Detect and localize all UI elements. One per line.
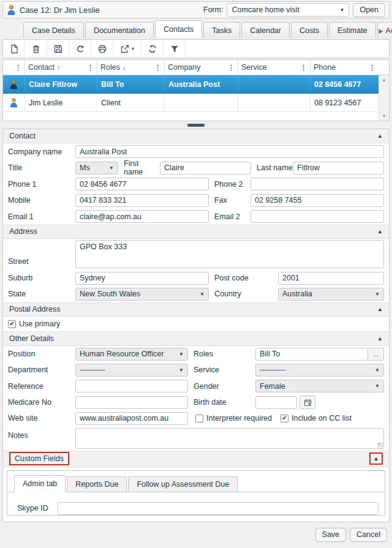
street-field[interactable]: GPO Box 333	[75, 240, 384, 268]
column-menu-icon[interactable]: ⋮	[15, 64, 21, 72]
column-menu-icon[interactable]: ⋮	[228, 64, 235, 72]
section-header-custom-fields[interactable]: Custom Fields ▲	[3, 451, 389, 467]
collapse-icon[interactable]: ▲	[374, 456, 379, 462]
position-label: Position	[8, 350, 75, 358]
tab-reports-due[interactable]: Reports Due	[67, 476, 127, 492]
birthdate-field[interactable]	[255, 396, 297, 409]
delete-button[interactable]	[25, 40, 47, 58]
export-button[interactable]: ▾	[113, 40, 141, 58]
tab-estimate[interactable]: Estimate	[329, 22, 376, 38]
print-button[interactable]	[91, 40, 113, 58]
postcode-label: Post code	[209, 274, 278, 282]
scroll-down-icon[interactable]: ▼	[382, 113, 386, 119]
form-select[interactable]: Comcare home visit ▼	[227, 3, 349, 17]
fax-label: Fax	[209, 196, 251, 205]
grid-header-roles[interactable]: Roles ↓ ⋮	[97, 60, 165, 75]
export-caret-icon[interactable]: ▾	[132, 46, 134, 51]
use-primary-checkbox[interactable]	[8, 320, 16, 328]
service-select[interactable]: ---------- ▼	[255, 364, 384, 377]
tab-calendar[interactable]: Calendar	[241, 22, 290, 38]
table-row[interactable]: Jim Leslie Client 08 9123 4567	[3, 94, 379, 112]
last-name-field[interactable]	[293, 162, 384, 175]
custom-fields-panel: Admin tab Reports Due Follow up Assessme…	[7, 470, 385, 516]
notes-field[interactable]	[75, 428, 384, 449]
row-cell-contact: Claire Fitlrow	[25, 75, 97, 93]
calendar-button[interactable]	[300, 396, 315, 409]
first-name-field[interactable]	[160, 162, 251, 175]
collapse-icon[interactable]: ▲	[377, 306, 383, 312]
splitter-handle[interactable]	[2, 121, 390, 129]
section-header-address[interactable]: Address ▲	[3, 225, 389, 239]
tab-documentation[interactable]: Documentation	[85, 22, 154, 38]
country-select[interactable]: Australia ▼	[278, 288, 384, 301]
roles-field[interactable]	[255, 348, 368, 361]
section-header-postal-address[interactable]: Postal Address ▲	[3, 302, 389, 317]
column-menu-icon[interactable]: ⋮	[369, 64, 375, 72]
collapse-icon[interactable]: ▲	[377, 336, 383, 342]
use-primary-checkbox-group[interactable]: Use primary	[8, 320, 60, 328]
phone2-field[interactable]	[251, 178, 384, 190]
tab-costs[interactable]: Costs	[291, 22, 328, 38]
tab-admin[interactable]: Admin tab	[14, 475, 66, 492]
row-cell-phone: 08 9123 4567	[311, 94, 379, 111]
last-name-label: Last name	[251, 163, 293, 172]
column-menu-icon[interactable]: ⋮	[300, 64, 307, 72]
medicare-field[interactable]	[75, 396, 188, 409]
tab-tasks[interactable]: Tasks	[203, 22, 240, 38]
cc-list-checkbox-group[interactable]: Include on CC list	[281, 414, 352, 422]
tab-follow-up-assessment-due[interactable]: Follow up Assessment Due	[128, 476, 238, 492]
company-name-field[interactable]	[75, 145, 384, 158]
collapse-icon[interactable]: ▲	[377, 133, 383, 139]
section-header-other-details[interactable]: Other Details ▲	[3, 331, 389, 345]
notes-label: Notes	[8, 431, 75, 440]
grid-header-service[interactable]: Service ⋮	[238, 60, 311, 75]
save-button[interactable]: Save	[315, 528, 347, 542]
website-field[interactable]	[75, 412, 188, 425]
gender-select-value: Female	[260, 382, 372, 391]
interpreter-checkbox-group[interactable]: Interpreter required	[195, 414, 272, 422]
row-cell-phone: 02 8456 4677	[311, 75, 379, 93]
roles-lookup-button[interactable]: ...	[368, 348, 384, 361]
email1-field[interactable]	[75, 210, 209, 223]
section-header-contact[interactable]: Contact ▲	[3, 129, 389, 143]
fax-field[interactable]	[251, 194, 384, 207]
save-button[interactable]	[47, 40, 69, 58]
title-select[interactable]: Ms ▼	[75, 162, 118, 175]
column-menu-icon[interactable]: ⋮	[154, 64, 161, 72]
undo-button[interactable]	[69, 40, 91, 58]
email2-field[interactable]	[251, 210, 384, 223]
tab-contacts[interactable]: Contacts	[155, 20, 202, 38]
mobile-field[interactable]	[75, 194, 209, 207]
interpreter-checkbox[interactable]	[195, 415, 203, 422]
state-select[interactable]: New South Wales ▼	[75, 288, 209, 301]
position-select[interactable]: Human Resource Officer ▼	[75, 348, 188, 361]
department-select[interactable]: ---------- ▼	[75, 364, 188, 377]
cc-list-checkbox[interactable]	[281, 415, 288, 422]
grid-header-contact[interactable]: Contact ↑ ⋮	[25, 60, 97, 75]
column-label: Phone	[314, 63, 336, 72]
grid-header-company[interactable]: Company ⋮	[165, 60, 238, 75]
refresh-button[interactable]	[141, 40, 164, 58]
scroll-up-icon[interactable]: ▲	[382, 77, 386, 83]
column-menu-icon[interactable]: ⋮	[87, 64, 94, 72]
grid-header: ⋮ Contact ↑ ⋮ Roles ↓ ⋮ Company ⋮ Servic…	[3, 60, 389, 75]
grid-vertical-scrollbar[interactable]: ▲ ▼	[379, 75, 389, 121]
skype-id-field[interactable]	[58, 502, 379, 515]
cancel-button[interactable]: Cancel	[350, 528, 387, 542]
tab-case-details[interactable]: Case Details	[23, 22, 84, 38]
gender-select[interactable]: Female ▼	[255, 380, 384, 392]
resize-grip-icon[interactable]	[378, 443, 383, 448]
calendar-icon	[304, 399, 312, 407]
phone1-field[interactable]	[75, 178, 209, 190]
reference-field[interactable]	[75, 380, 188, 392]
postcode-field[interactable]	[278, 272, 384, 285]
open-button[interactable]: Open	[353, 3, 385, 17]
collapse-icon[interactable]: ▲	[377, 228, 383, 235]
filter-button[interactable]	[164, 40, 186, 58]
table-row[interactable]: Claire Fitlrow Bill To Australia Post 02…	[3, 75, 379, 94]
new-button[interactable]	[3, 40, 25, 58]
suburb-field[interactable]	[75, 272, 209, 285]
tab-scroll-right-icon[interactable]: ▶	[379, 28, 383, 34]
grid-header-phone[interactable]: Phone ⋮	[311, 60, 379, 75]
grid-header-icon-col[interactable]: ⋮	[3, 60, 25, 75]
